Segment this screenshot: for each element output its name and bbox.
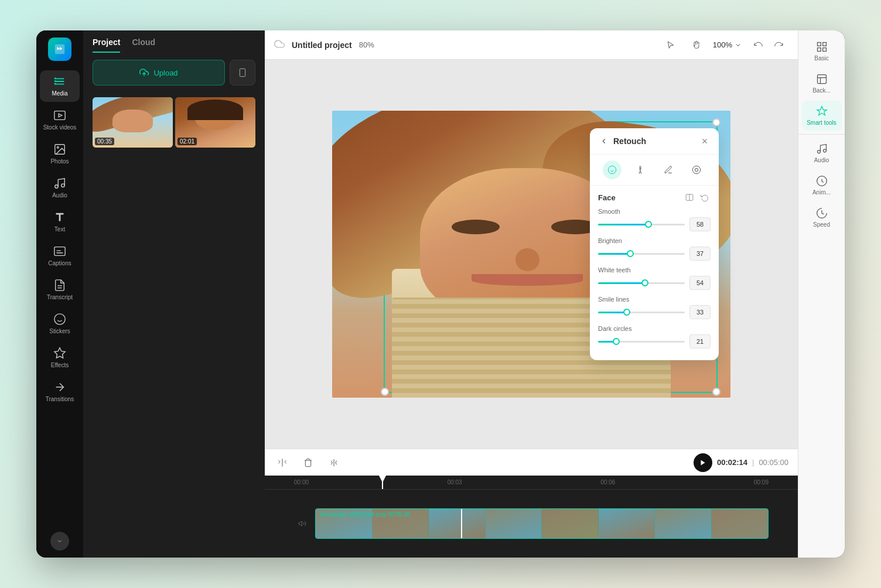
- retouch-section-title: Face: [598, 193, 616, 202]
- retouch-close-button[interactable]: [699, 135, 711, 147]
- sidebar-item-transcript[interactable]: Transcript: [40, 274, 80, 306]
- retouch-filter-tab[interactable]: [687, 160, 706, 179]
- svg-marker-30: [299, 521, 302, 526]
- media-grid: 00:35 02:01: [83, 93, 265, 152]
- handle-tr[interactable]: [712, 118, 720, 127]
- main-area: Untitled project 80% 100%: [265, 30, 798, 558]
- retouch-section-actions: [684, 192, 711, 203]
- tab-project[interactable]: Project: [93, 37, 120, 53]
- handle-bl[interactable]: [381, 388, 389, 396]
- right-panel-smart-tools-label: Smart tools: [807, 119, 836, 126]
- dark-circles-value: 21: [689, 334, 711, 348]
- retouch-makeup-tab[interactable]: [659, 160, 678, 179]
- white-teeth-track[interactable]: [598, 282, 685, 284]
- track-label: Rectangle 34626144.png 00:05:00: [320, 511, 410, 518]
- sidebar-item-transcript-label: Transcript: [47, 294, 73, 301]
- ruler-mark-1: 00:03: [448, 479, 462, 486]
- project-title: Untitled project: [292, 40, 352, 50]
- right-panel-animation-label: Anim...: [812, 189, 831, 196]
- svg-rect-8: [54, 247, 65, 256]
- reset-icon[interactable]: [699, 192, 711, 203]
- pointer-tool[interactable]: [661, 36, 680, 54]
- sidebar-item-transitions[interactable]: Transitions: [40, 376, 80, 408]
- handle-br[interactable]: [712, 388, 720, 396]
- right-panel-smart-tools[interactable]: Smart tools: [802, 101, 842, 131]
- redo-button[interactable]: [770, 36, 788, 54]
- timeline: 00:00 00:03 00:06 00:09 Rectangle 346261…: [265, 476, 798, 558]
- right-panel-animation[interactable]: Anim...: [802, 170, 842, 200]
- track-volume-button[interactable]: [294, 515, 310, 532]
- retouch-section-header: Face: [598, 192, 711, 203]
- brighten-track[interactable]: [598, 253, 685, 255]
- smile-lines-slider-row: Smile lines 33: [598, 296, 711, 319]
- split-tool-button[interactable]: [274, 454, 291, 471]
- zoom-control[interactable]: 100%: [713, 40, 742, 49]
- retouch-face-tab[interactable]: [603, 160, 622, 179]
- smooth-thumb[interactable]: [645, 221, 652, 228]
- dark-circles-thumb[interactable]: [613, 338, 620, 345]
- device-button[interactable]: [230, 60, 255, 86]
- sidebar-item-stickers[interactable]: Stickers: [40, 308, 80, 340]
- bottom-toolbar: 00:02:14 | 00:05:00: [265, 449, 798, 476]
- smile-lines-value: 33: [689, 305, 711, 319]
- collapse-btn[interactable]: [50, 532, 69, 551]
- video-track[interactable]: Rectangle 34626144.png 00:05:00: [315, 508, 769, 539]
- right-panel-basic-label: Basic: [814, 55, 828, 61]
- svg-point-7: [62, 184, 65, 187]
- svg-point-25: [695, 168, 698, 171]
- mirror-tool-button[interactable]: [326, 454, 342, 471]
- sidebar-item-stock-videos[interactable]: Stock videos: [40, 104, 80, 136]
- smile-lines-thumb[interactable]: [623, 309, 630, 316]
- media-thumb-1[interactable]: 00:35: [93, 97, 173, 148]
- frame-4: [486, 509, 542, 538]
- smile-lines-track[interactable]: [598, 312, 685, 313]
- sidebar-item-media[interactable]: Media: [40, 70, 80, 102]
- svg-point-23: [640, 166, 641, 168]
- compare-icon[interactable]: [684, 192, 695, 203]
- right-panel-background[interactable]: Back...: [802, 69, 842, 98]
- play-button[interactable]: [694, 453, 712, 472]
- sidebar-item-captions[interactable]: Captions: [40, 240, 80, 272]
- cloud-icon: [274, 39, 285, 52]
- ruler-mark-3: 00:09: [754, 479, 769, 486]
- svg-rect-0: [54, 78, 56, 80]
- toolbar-top: Untitled project 80% 100%: [265, 30, 798, 60]
- retouch-body-tab[interactable]: [631, 160, 650, 179]
- track-playhead-line: [461, 509, 462, 538]
- sidebar: Media Stock videos Photos Audio Text Cap…: [36, 30, 83, 558]
- brighten-label: Brighten: [598, 237, 711, 244]
- white-teeth-thumb[interactable]: [641, 279, 648, 286]
- sidebar-item-effects[interactable]: Effects: [40, 342, 80, 374]
- playhead[interactable]: [382, 476, 383, 489]
- white-teeth-slider-control: 54: [598, 276, 711, 290]
- undo-button[interactable]: [749, 36, 767, 54]
- right-panel-basic[interactable]: Basic: [802, 36, 842, 66]
- smooth-track[interactable]: [598, 224, 685, 225]
- sidebar-item-audio[interactable]: Audio: [40, 172, 80, 204]
- app-logo[interactable]: [48, 37, 71, 61]
- dark-circles-track[interactable]: [598, 341, 685, 343]
- dark-circles-slider-control: 21: [598, 334, 711, 348]
- ruler-marks: 00:00 00:03 00:06 00:09: [294, 479, 769, 486]
- tab-cloud[interactable]: Cloud: [132, 37, 155, 53]
- zoom-value: 100%: [713, 40, 732, 49]
- media-thumb-2[interactable]: 02:01: [175, 97, 255, 148]
- current-time: 00:02:14: [717, 458, 747, 467]
- hand-tool[interactable]: [687, 36, 706, 54]
- sidebar-item-text[interactable]: Text: [40, 206, 80, 238]
- svg-rect-1: [54, 80, 56, 82]
- sidebar-item-effects-label: Effects: [51, 362, 69, 369]
- retouch-back-button[interactable]: [598, 135, 610, 147]
- upload-button[interactable]: Upload: [93, 60, 225, 86]
- svg-rect-34: [822, 48, 826, 52]
- right-panel-audio[interactable]: Audio: [802, 138, 842, 168]
- dark-circles-label: Dark circles: [598, 325, 711, 332]
- chevron-down-icon: [735, 42, 742, 49]
- sidebar-item-photos[interactable]: Photos: [40, 138, 80, 170]
- right-panel-speed[interactable]: Speed: [802, 203, 842, 233]
- svg-point-5: [57, 146, 59, 148]
- delete-tool-button[interactable]: [300, 454, 316, 471]
- brighten-thumb[interactable]: [627, 250, 634, 257]
- smile-lines-label: Smile lines: [598, 296, 711, 303]
- white-teeth-value: 54: [689, 276, 711, 290]
